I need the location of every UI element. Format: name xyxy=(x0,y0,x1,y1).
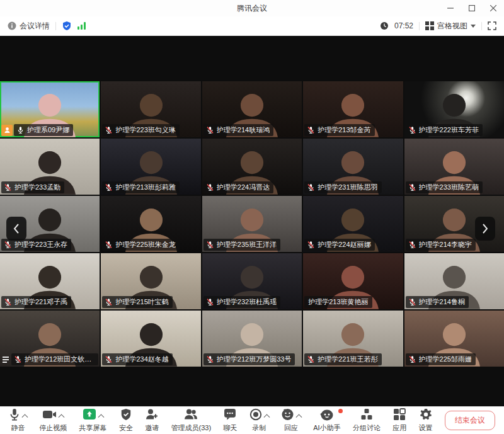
video-tile[interactable]: 护理学234赵冬越 xyxy=(101,311,200,367)
video-tile[interactable]: 护理学212班田文钦+35 xyxy=(0,311,100,367)
end-meeting-button[interactable]: 结束会议 xyxy=(445,411,495,430)
members-icon xyxy=(184,408,198,423)
chevron-up-icon[interactable] xyxy=(295,414,302,420)
share-icon xyxy=(83,408,96,423)
video-tile[interactable]: 护理学233孟勤 xyxy=(0,139,100,195)
participant-label-row: 护理学231班陈思羽 xyxy=(304,181,381,193)
participant-label-row: 护理学213班黄艳丽 xyxy=(304,296,372,308)
close-button[interactable] xyxy=(483,0,504,16)
meeting-details-label: 会议详情 xyxy=(20,21,50,31)
participant-name: 护理学222班车芳菲 xyxy=(419,125,479,135)
close-icon xyxy=(490,5,496,11)
chevron-up-icon[interactable] xyxy=(58,414,64,420)
video-tile[interactable]: 护理学214鲁桐 xyxy=(404,253,504,309)
video-tile[interactable]: 护理学225班朱金龙 xyxy=(101,196,200,252)
video-tile[interactable]: 护理学235班王洋洋 xyxy=(202,196,302,252)
video-tile[interactable]: 护理学214耿瑞鸿 xyxy=(202,81,302,137)
toolbar-breakout-button[interactable]: 分组讨论 xyxy=(353,409,381,433)
video-tile[interactable]: 护理系09尹娜 xyxy=(0,81,100,137)
video-tile[interactable]: 护理学225邹雨姗 xyxy=(404,311,504,367)
react-icon xyxy=(281,408,294,423)
meeting-details-button[interactable]: 会议详情 xyxy=(8,21,50,31)
toolbar-security-button[interactable]: 安全 xyxy=(119,409,133,433)
chevron-up-icon[interactable] xyxy=(98,414,105,420)
toolbar-mute-button[interactable]: 静音 xyxy=(9,409,27,433)
maximize-button[interactable] xyxy=(461,0,483,16)
participant-label-row: 护理学212班田文钦+35 xyxy=(1,353,98,365)
participant-name: 护理学231班陈思羽 xyxy=(318,183,377,192)
mic-status-icon xyxy=(4,241,12,249)
video-tile[interactable]: 护理学222班车芳菲 xyxy=(404,81,504,137)
network-signal-icon[interactable] xyxy=(77,22,86,30)
toolbar-reactions-button[interactable]: 回应 xyxy=(281,409,301,433)
participant-name: 护理学213邹金芮 xyxy=(318,125,370,135)
toolbar-share-screen-button[interactable]: 共享屏幕 xyxy=(79,409,107,433)
next-page-button[interactable] xyxy=(475,217,495,241)
participant-name: 护理学213班彭莉雅 xyxy=(115,183,175,192)
camera-icon xyxy=(43,409,57,422)
video-tile[interactable]: 护理学215叶宝鹤 xyxy=(101,253,200,309)
video-tile[interactable]: 护理学231班陈思羽 xyxy=(303,139,403,195)
participant-name: 护理学212班万梦圆33号 xyxy=(217,355,292,364)
toolbar-apps-button[interactable]: 应用 xyxy=(392,409,406,433)
video-tile[interactable]: 护理学224赵丽娜 xyxy=(303,196,403,252)
mic-status-icon xyxy=(206,298,214,306)
shield-icon xyxy=(120,408,132,423)
toolbar-record-button[interactable]: 录制 xyxy=(249,409,269,433)
video-tile[interactable]: 护理学213邹金芮 xyxy=(303,81,403,137)
toolbar-members-button[interactable]: 管理成员(33) xyxy=(171,409,211,433)
video-tile[interactable]: 护理学221班王若彤 xyxy=(303,311,403,367)
divider xyxy=(55,22,56,30)
participant-name: 护理学232班杜禹瑶 xyxy=(217,297,277,307)
toolbar-item-label: 安全 xyxy=(119,423,133,433)
toolbar-item-label: AI小助手 xyxy=(313,423,340,433)
meeting-timer: 07:52 xyxy=(394,21,413,30)
participant-label-row: 护理学234赵冬越 xyxy=(102,353,172,365)
video-tile[interactable]: 护理学224冯晋达 xyxy=(202,139,302,195)
mic-status-icon xyxy=(307,241,315,249)
toolbar-item-label: 聊天 xyxy=(223,423,237,433)
participant-name: 护理学233孟勤 xyxy=(14,183,60,192)
participant-label-row: 护理学212班万梦圆33号 xyxy=(203,353,295,365)
chat-icon xyxy=(224,408,236,423)
toolbar-invite-button[interactable]: 邀请 xyxy=(145,409,159,433)
video-tile[interactable]: 护理学232班杜禹瑶 xyxy=(202,253,302,309)
chevron-up-icon[interactable] xyxy=(263,414,270,420)
view-mode-button[interactable]: 宫格视图 xyxy=(425,21,476,31)
video-tile[interactable]: 护理学221邓子禹 xyxy=(0,253,100,309)
toolbar-item-label: 回应 xyxy=(284,423,298,433)
video-tile[interactable]: 护理学223班勾义琳 xyxy=(101,81,200,137)
toolbar-stop-video-button[interactable]: 停止视频 xyxy=(39,409,67,433)
toolbar-item-label: 设置 xyxy=(419,423,433,433)
video-tile[interactable]: 护理学213班彭莉雅 xyxy=(101,139,200,195)
prev-page-button[interactable] xyxy=(6,217,26,241)
video-tile[interactable]: 护理学213班黄艳丽 xyxy=(303,253,403,309)
fullscreen-icon[interactable] xyxy=(488,21,496,30)
participant-label-row: 护理学224赵丽娜 xyxy=(304,239,374,251)
participant-label-row: 护理学221班王若彤 xyxy=(304,353,381,365)
chevron-up-icon[interactable] xyxy=(22,414,28,420)
video-tile[interactable]: 护理学233班陈艺萌 xyxy=(404,139,504,195)
participant-name: 护理学221班王若彤 xyxy=(318,355,377,364)
participant-label-row: 护理学232班杜禹瑶 xyxy=(203,296,280,308)
mic-status-icon xyxy=(408,126,416,134)
toolbar-ai-assistant-button[interactable]: AI小助手 xyxy=(313,409,340,433)
participant-label-row: 护理学225邹雨姗 xyxy=(406,353,476,365)
mic-status-icon xyxy=(105,183,113,191)
security-shield-icon[interactable] xyxy=(62,21,72,31)
window-titlebar: 腾讯会议 xyxy=(0,0,504,16)
participant-name: 护理学214鲁桐 xyxy=(419,297,465,307)
video-tile[interactable]: 护理学212班万梦圆33号 xyxy=(202,311,302,367)
participant-label-row: 护理学221邓子禹 xyxy=(1,296,71,308)
participant-name: 护理学221邓子禹 xyxy=(14,297,67,307)
mic-status-icon xyxy=(105,298,113,306)
participant-name: 护理学234赵冬越 xyxy=(115,355,168,364)
toolbar-chat-button[interactable]: 聊天 xyxy=(223,409,237,433)
video-grid: 护理系09尹娜 护理学223班勾义琳 xyxy=(0,81,504,367)
toolbar-settings-button[interactable]: 设置 xyxy=(419,409,433,433)
mic-status-icon xyxy=(105,241,113,249)
minimize-button[interactable] xyxy=(440,0,461,16)
participant-name: 护理学224冯晋达 xyxy=(217,183,270,192)
mic-status-icon xyxy=(206,126,214,134)
chevron-down-icon xyxy=(471,25,476,28)
